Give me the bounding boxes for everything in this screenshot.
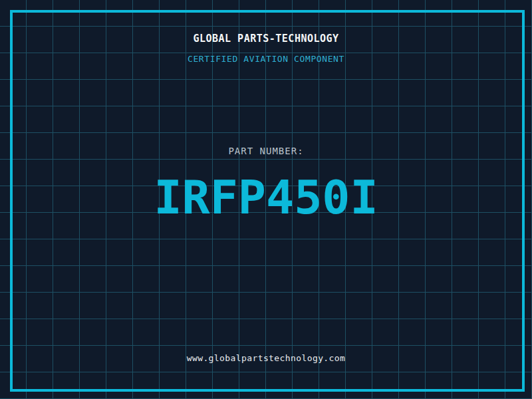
certification-subtitle: CERTIFIED AVIATION COMPONENT [0,54,532,64]
company-name: GLOBAL PARTS-TECHNOLOGY [0,33,532,45]
part-number-label: PART NUMBER: [0,146,532,156]
part-certificate-page: GLOBAL PARTS-TECHNOLOGY CERTIFIED AVIATI… [0,0,532,399]
part-number-value: IRFP450I [0,174,532,221]
website-url: www.globalpartstechnology.com [0,353,532,363]
